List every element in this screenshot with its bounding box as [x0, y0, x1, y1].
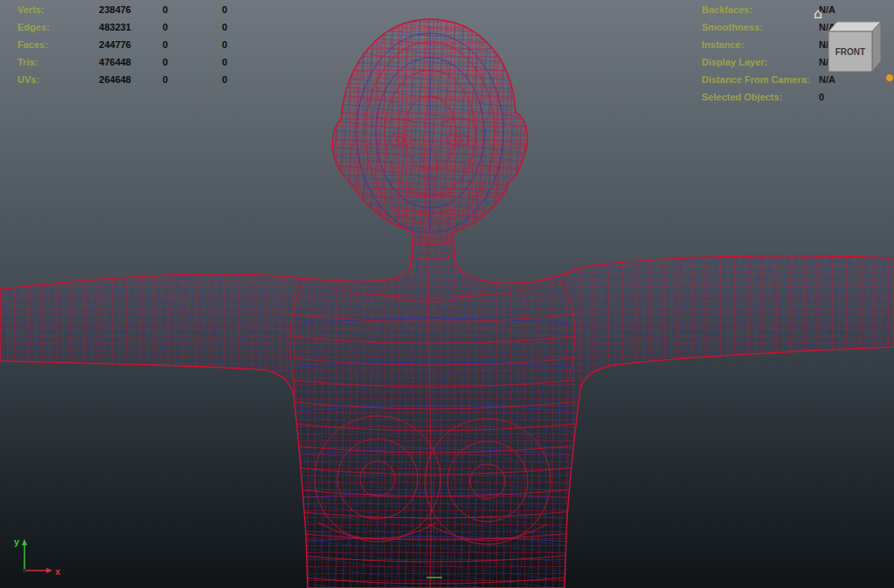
hud-label-display-layer: Display Layer: [702, 53, 819, 71]
viewcube-orange-dot[interactable] [886, 74, 894, 82]
hud-uvs-total: 264648 [73, 71, 131, 88]
hud-tris-col2: 0 [131, 53, 168, 71]
x-axis-label: x [55, 566, 61, 577]
hud-row-edges: Edges: 483231 0 0 [17, 18, 227, 36]
y-axis-label: y [14, 536, 20, 547]
hud-faces-col2: 0 [131, 36, 168, 53]
hud-row-faces: Faces: 244776 0 0 [17, 36, 227, 53]
hud-uvs-col2: 0 [131, 71, 168, 88]
hud-poly-count: Verts: 238476 0 0 Edges: 483231 0 0 Face… [17, 1, 227, 88]
maya-3d-viewport[interactable]: Verts: 238476 0 0 Edges: 483231 0 0 Face… [0, 0, 894, 588]
hud-edges-total: 483231 [73, 18, 131, 36]
hud-row-verts: Verts: 238476 0 0 [17, 1, 227, 18]
hud-label-edges: Edges: [17, 18, 73, 36]
hud-uvs-col3: 0 [168, 71, 227, 88]
hud-edges-col3: 0 [168, 18, 227, 36]
hud-tris-col3: 0 [168, 53, 227, 71]
origin-handle [23, 569, 26, 572]
view-cube[interactable]: ⌂ FRONT [805, 0, 894, 89]
hud-tris-total: 476448 [73, 53, 131, 71]
hud-faces-total: 244776 [73, 36, 131, 53]
hud-selected-objects-value: 0 [819, 88, 824, 106]
hud-label-verts: Verts: [17, 1, 73, 18]
viewcube-front-face-label[interactable]: FRONT [835, 47, 865, 57]
viewcube-cube[interactable]: FRONT [828, 22, 881, 72]
hud-label-instance: Instance: [702, 36, 819, 53]
y-axis: y [14, 536, 27, 571]
axis-gizmo: y x [7, 530, 68, 583]
hud-row-selected-objects: Selected Objects: 0 [702, 88, 835, 106]
hud-row-tris: Tris: 476448 0 0 [17, 53, 227, 71]
hud-edges-col2: 0 [131, 18, 168, 36]
hud-label-backfaces: Backfaces: [702, 1, 819, 18]
hud-faces-col3: 0 [168, 36, 227, 53]
hud-label-uvs: UVs: [17, 71, 73, 88]
hud-label-faces: Faces: [17, 36, 73, 53]
hud-label-smoothness: Smoothness: [702, 18, 819, 36]
hud-row-uvs: UVs: 264648 0 0 [17, 71, 227, 88]
hud-verts-col3: 0 [168, 1, 227, 18]
hud-verts-col2: 0 [131, 1, 168, 18]
viewcube-home-icon[interactable]: ⌂ [814, 5, 822, 22]
hud-label-selected-objects: Selected Objects: [702, 88, 819, 106]
hud-label-distance-from-camera: Distance From Camera: [702, 71, 819, 88]
hud-label-tris: Tris: [17, 53, 73, 71]
hud-verts-total: 238476 [73, 1, 131, 18]
x-axis: x [24, 566, 61, 577]
